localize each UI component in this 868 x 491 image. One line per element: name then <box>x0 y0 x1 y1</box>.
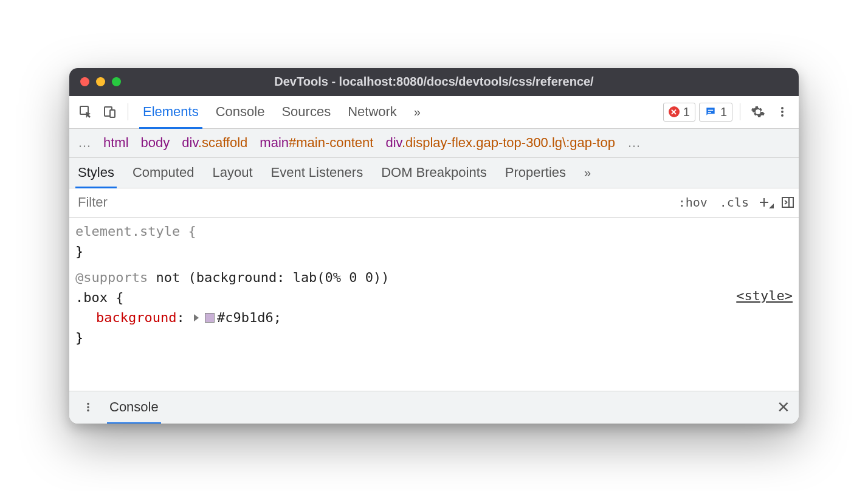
more-subtabs-icon[interactable]: » <box>584 166 588 180</box>
rule-element-style[interactable]: element.style { } <box>75 221 793 261</box>
titlebar: DevTools - localhost:8080/docs/devtools/… <box>69 68 799 96</box>
more-tabs-icon[interactable]: » <box>414 105 418 119</box>
styles-subtabs: Styles Computed Layout Event Listeners D… <box>69 158 799 188</box>
breadcrumb-body[interactable]: body <box>141 135 170 151</box>
breadcrumb-overflow-end[interactable]: … <box>627 135 641 151</box>
svg-point-12 <box>87 403 89 405</box>
color-swatch[interactable] <box>205 313 215 323</box>
maximize-window-button[interactable] <box>112 77 121 86</box>
device-toolbar-icon[interactable] <box>100 101 120 122</box>
main-toolbar: Elements Console Sources Network » ✕ 1 1 <box>69 96 799 129</box>
svg-point-5 <box>781 107 784 109</box>
at-rule: @supports not (background: lab(0% 0 0)) <box>75 267 793 287</box>
issue-icon <box>704 106 717 118</box>
separator <box>128 103 128 120</box>
breadcrumb-html[interactable]: html <box>103 135 129 151</box>
subtab-dom-breakpoints[interactable]: DOM Breakpoints <box>381 158 487 188</box>
issues-badge[interactable]: 1 <box>699 103 732 122</box>
subtab-computed[interactable]: Computed <box>133 158 195 188</box>
drawer-close-icon[interactable]: ✕ <box>777 398 790 417</box>
svg-rect-10 <box>782 197 793 207</box>
subtab-properties[interactable]: Properties <box>505 158 566 188</box>
svg-point-13 <box>87 406 89 408</box>
drawer: Console ✕ <box>69 391 799 424</box>
rule-close-brace: } <box>75 328 793 348</box>
settings-icon[interactable] <box>748 101 768 122</box>
breadcrumb-main[interactable]: main#main-content <box>260 135 373 151</box>
subtab-styles[interactable]: Styles <box>78 158 114 188</box>
subtab-layout[interactable]: Layout <box>212 158 252 188</box>
window-controls <box>80 77 121 86</box>
cls-toggle[interactable]: .cls <box>714 195 755 210</box>
breadcrumb-overflow-start[interactable]: … <box>78 135 91 151</box>
subtab-event-listeners[interactable]: Event Listeners <box>271 158 363 188</box>
property-name[interactable]: background <box>96 310 176 325</box>
dom-breadcrumbs: … html body div.scaffold main#main-conte… <box>69 129 799 158</box>
svg-point-14 <box>87 410 89 412</box>
new-style-rule-button[interactable] <box>755 196 777 208</box>
devtools-window: DevTools - localhost:8080/docs/devtools/… <box>69 68 799 424</box>
inspect-element-icon[interactable] <box>75 101 96 122</box>
minimize-window-button[interactable] <box>96 77 105 86</box>
styles-pane[interactable]: element.style { } @supports not (backgro… <box>69 218 799 391</box>
styles-filter-input[interactable] <box>69 188 672 217</box>
svg-rect-3 <box>708 110 713 111</box>
hov-toggle[interactable]: :hov <box>672 195 714 210</box>
rule-selector: .box { <box>75 287 793 307</box>
svg-rect-4 <box>708 112 711 113</box>
at-rule-condition: not (background: lab(0% 0 0)) <box>148 270 389 285</box>
tab-network[interactable]: Network <box>348 96 397 128</box>
tab-sources[interactable]: Sources <box>281 96 331 128</box>
error-icon: ✕ <box>669 106 680 117</box>
separator <box>740 103 740 120</box>
at-rule-keyword: @supports <box>75 270 148 285</box>
breadcrumb-div-scaffold[interactable]: div.scaffold <box>182 135 247 151</box>
errors-badge[interactable]: ✕ 1 <box>663 103 695 122</box>
svg-rect-2 <box>110 110 115 117</box>
more-options-icon[interactable] <box>772 101 793 122</box>
errors-count: 1 <box>683 105 690 119</box>
source-link[interactable]: <style> <box>736 286 793 306</box>
computed-sidebar-toggle-icon[interactable] <box>777 196 799 209</box>
expand-shorthand-icon[interactable] <box>194 314 199 321</box>
main-tabs: Elements Console Sources Network » <box>143 96 418 128</box>
drawer-more-icon[interactable] <box>78 397 98 417</box>
tab-elements[interactable]: Elements <box>143 96 199 128</box>
close-window-button[interactable] <box>80 77 89 86</box>
svg-point-6 <box>781 111 784 113</box>
tab-console[interactable]: Console <box>216 96 265 128</box>
property-value[interactable]: #c9b1d6 <box>217 310 274 325</box>
breadcrumb-div-display-flex[interactable]: div.display-flex.gap-top-300.lg\:gap-top <box>385 135 615 151</box>
svg-point-7 <box>781 114 784 117</box>
drawer-tab-console[interactable]: Console <box>109 391 159 424</box>
rule-close-brace: } <box>75 241 793 261</box>
rule-box[interactable]: @supports not (background: lab(0% 0 0)) … <box>75 267 793 348</box>
window-title: DevTools - localhost:8080/docs/devtools/… <box>80 75 788 89</box>
issues-count: 1 <box>720 105 727 119</box>
rule-selector: element.style { <box>75 221 793 241</box>
declaration[interactable]: background: #c9b1d6; <box>75 307 793 328</box>
styles-filter-bar: :hov .cls <box>69 188 799 218</box>
